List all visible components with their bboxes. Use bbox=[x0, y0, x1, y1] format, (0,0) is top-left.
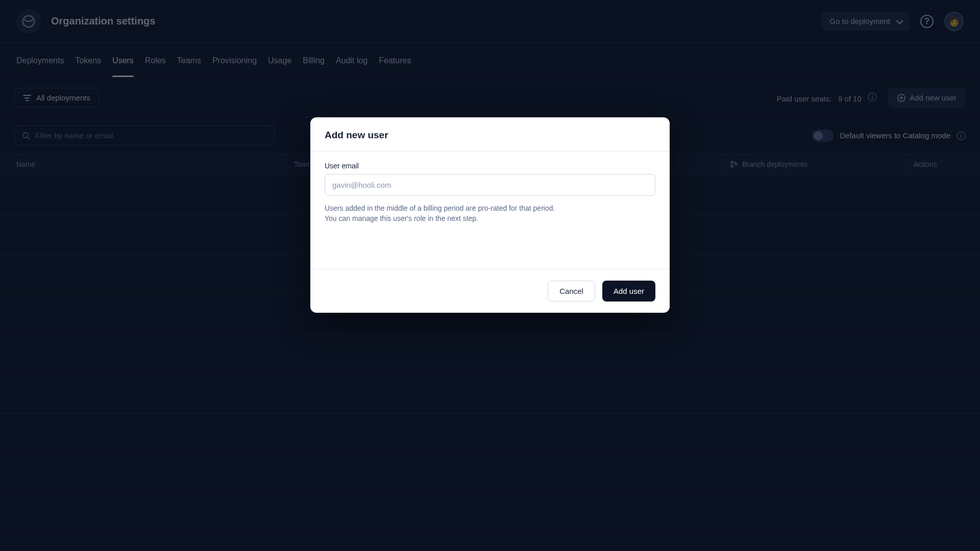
user-email-label: User email bbox=[325, 162, 655, 170]
add-user-modal: Add new user User email Users added in t… bbox=[310, 117, 670, 313]
modal-title: Add new user bbox=[325, 130, 655, 141]
cancel-button[interactable]: Cancel bbox=[548, 281, 595, 302]
modal-overlay[interactable]: Add new user User email Users added in t… bbox=[0, 0, 980, 551]
help-text-line-1: Users added in the middle of a billing p… bbox=[325, 204, 555, 212]
help-text-line-2: You can manage this user's role in the n… bbox=[325, 214, 478, 222]
modal-body: User email Users added in the middle of … bbox=[310, 152, 670, 238]
modal-header: Add new user bbox=[310, 117, 670, 152]
user-email-input[interactable] bbox=[325, 174, 655, 196]
submit-add-user-button[interactable]: Add user bbox=[602, 281, 655, 302]
modal-footer: Cancel Add user bbox=[310, 269, 670, 313]
modal-help-text: Users added in the middle of a billing p… bbox=[325, 203, 655, 224]
